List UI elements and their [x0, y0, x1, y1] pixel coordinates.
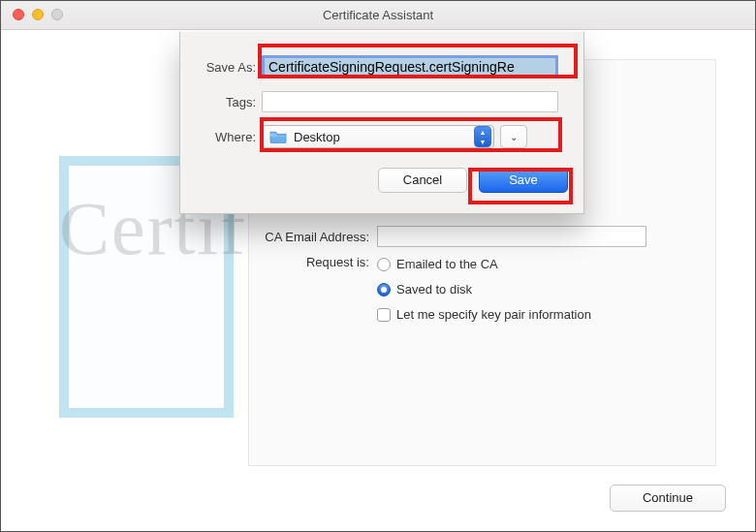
save-button[interactable]: Save — [479, 168, 568, 193]
saveas-input[interactable] — [262, 55, 558, 78]
save-sheet: Save As: Tags: Where: Desktop ▲▼ — [179, 32, 584, 214]
close-icon[interactable] — [13, 9, 24, 20]
radio-emailed[interactable]: Emailed to the CA — [377, 255, 591, 272]
titlebar: Certificate Assistant — [1, 1, 755, 30]
saveas-row: Save As: — [180, 49, 583, 84]
tags-label: Tags: — [180, 95, 262, 110]
window-title: Certificate Assistant — [1, 1, 755, 30]
tags-row: Tags: — [180, 84, 583, 119]
cancel-button[interactable]: Cancel — [378, 168, 467, 193]
ca-email-label: CA Email Address: — [251, 230, 377, 244]
radio-saved[interactable]: Saved to disk — [377, 280, 591, 297]
saveas-label: Save As: — [180, 60, 262, 75]
ca-email-row: CA Email Address: — [251, 226, 648, 247]
minimize-icon[interactable] — [32, 9, 44, 20]
where-row: Where: Desktop ▲▼ ⌄ — [180, 119, 583, 154]
request-is-row: Request is: Emailed to the CA Saved to d… — [251, 253, 648, 323]
radio-emailed-label: Emailed to the CA — [396, 257, 498, 271]
maximize-icon — [51, 9, 63, 20]
radio-saved-label: Saved to disk — [396, 282, 472, 297]
where-popup[interactable]: Desktop ▲▼ — [262, 125, 494, 148]
where-value: Desktop — [294, 130, 340, 144]
tags-input[interactable] — [262, 91, 558, 112]
folder-icon — [268, 129, 288, 144]
checkbox-specify[interactable]: Let me specify key pair information — [377, 305, 591, 323]
window: Certificate Assistant uesting. Click ▲▼ … — [0, 0, 756, 532]
expand-button[interactable]: ⌄ — [500, 125, 527, 148]
where-label: Where: — [180, 130, 262, 144]
request-is-label: Request is: — [251, 253, 377, 269]
sheet-buttons: Cancel Save — [180, 168, 583, 193]
chevron-updown-icon: ▲▼ — [474, 126, 491, 147]
checkbox-specify-label: Let me specify key pair information — [396, 307, 591, 322]
chevron-down-icon: ⌄ — [510, 132, 518, 142]
continue-button[interactable]: Continue — [610, 485, 726, 512]
traffic-lights — [13, 9, 63, 20]
ca-email-input[interactable] — [377, 226, 646, 247]
